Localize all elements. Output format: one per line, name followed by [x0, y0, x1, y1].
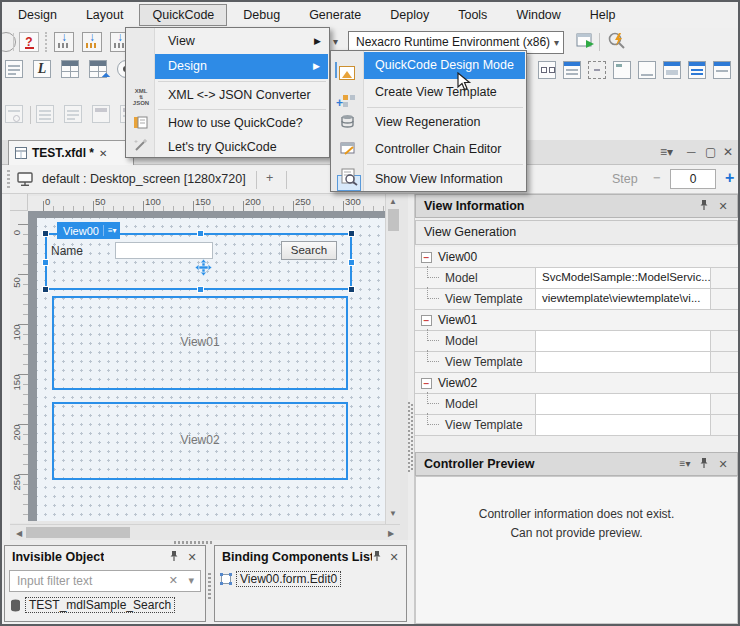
tab-test-xfdl[interactable]: TEST.xfdl * ✕ — [8, 140, 134, 165]
window-preview-icon[interactable] — [92, 105, 110, 123]
menu-layout[interactable]: Layout — [73, 4, 137, 26]
scrollbar-thumb[interactable] — [26, 527, 130, 538]
frame-component-icon[interactable] — [613, 61, 631, 79]
horizontal-scrollbar[interactable]: ◀ ▶ — [10, 524, 400, 540]
scroll-left-icon[interactable]: ◀ — [13, 529, 25, 539]
step-decrement-button[interactable]: − — [653, 171, 660, 185]
list-edit-icon[interactable] — [36, 105, 54, 123]
step-increment-button[interactable]: + — [725, 169, 734, 187]
restore-icon[interactable]: ▢ — [705, 145, 716, 159]
template-value[interactable]: viewtemplate\viewtemplate\vi... — [535, 289, 710, 310]
add-screen-button[interactable]: + — [266, 171, 273, 185]
launch-runtime-icon[interactable] — [576, 32, 595, 53]
model-value[interactable]: SvcModelSample::ModelServic... — [535, 268, 710, 289]
scrollbar-thumb[interactable] — [388, 209, 399, 231]
screen-label[interactable]: default : Desktop_screen [1280x720] — [42, 172, 246, 186]
menu-item-lets-try[interactable]: Let's try QuickCode — [126, 135, 329, 160]
edit0-field[interactable] — [115, 242, 213, 259]
resize-handle[interactable] — [348, 259, 355, 266]
step-value-input[interactable] — [670, 169, 716, 189]
pin-icon[interactable] — [697, 457, 711, 471]
calendar-component-icon[interactable] — [663, 61, 681, 79]
pin-icon[interactable] — [167, 550, 181, 564]
close-panel-icon[interactable]: ✕ — [387, 550, 401, 564]
tree-group-row[interactable]: − View00 — [415, 247, 738, 268]
filter-caret-icon[interactable]: ▾ — [188, 574, 194, 587]
scroll-right-icon[interactable]: ▶ — [385, 529, 397, 539]
view01-component[interactable]: View01 — [52, 296, 348, 390]
close-panel-icon[interactable]: ✕ — [716, 199, 730, 213]
clear-filter-icon[interactable]: ✕ — [169, 574, 178, 587]
tree-row[interactable]: Model SvcModelSample::ModelServic... — [415, 268, 738, 289]
import-components-icon[interactable]: ↓ — [54, 32, 74, 52]
menu-item-view-regeneration[interactable]: View Regeneration — [331, 109, 526, 136]
gridview-component-icon[interactable] — [89, 60, 107, 78]
search-button[interactable]: Search — [281, 241, 337, 260]
view-generation-header[interactable]: View Generation — [415, 220, 738, 245]
form-design-surface[interactable]: Name Search View00 ≡▾ View01 View02 — [37, 218, 385, 521]
static-text-component-icon[interactable]: L — [33, 60, 51, 78]
resize-handle[interactable] — [197, 230, 204, 237]
menu-deploy[interactable]: Deploy — [377, 4, 442, 26]
resize-handle[interactable] — [42, 230, 49, 237]
template-value[interactable] — [535, 352, 710, 373]
menu-quickcode[interactable]: QuickCode — [139, 4, 227, 26]
tree-row[interactable]: Model — [415, 394, 738, 415]
checkbox-component-icon[interactable] — [538, 61, 556, 79]
menu-item-how-to-use[interactable]: How to use QuickCode? — [126, 111, 329, 136]
view00-component[interactable]: Name Search — [45, 233, 352, 290]
tree-row[interactable]: Model — [415, 331, 738, 352]
menu-debug[interactable]: Debug — [230, 4, 293, 26]
view00-tag[interactable]: View00 ≡▾ — [57, 222, 120, 239]
model-value[interactable] — [535, 331, 710, 352]
drag-handle[interactable] — [174, 541, 214, 544]
grid-component-icon[interactable] — [61, 60, 79, 78]
menu-help[interactable]: Help — [577, 4, 629, 26]
find-in-document-icon[interactable] — [5, 105, 23, 123]
tree-row[interactable]: View Template — [415, 415, 738, 436]
minimize-icon[interactable]: ─ — [687, 145, 696, 159]
import-objects-icon[interactable]: ↓ — [82, 32, 102, 52]
template-value[interactable] — [535, 415, 710, 436]
menu-window[interactable]: Window — [503, 4, 573, 26]
close-panel-icon[interactable]: ✕ — [716, 457, 730, 471]
document-window-menu-icon[interactable]: ≡▾ — [660, 145, 673, 159]
menu-item-controller-chain-editor[interactable]: Controller Chain Editor — [331, 136, 526, 163]
binding-component-item[interactable]: View00.form.Edit0 — [220, 571, 341, 587]
tabpage-component-icon[interactable] — [713, 61, 731, 79]
tree-group-row[interactable]: − View01 — [415, 310, 738, 331]
menu-design[interactable]: Design — [5, 4, 70, 26]
collapse-icon[interactable]: − — [421, 378, 432, 389]
scroll-down-icon[interactable]: ▼ — [387, 509, 399, 519]
view02-component[interactable]: View02 — [52, 402, 348, 480]
close-document-icon[interactable]: ✕ — [723, 145, 733, 159]
pin-icon[interactable] — [697, 199, 711, 213]
scroll-up-icon[interactable]: ▲ — [387, 197, 399, 207]
resize-handle[interactable] — [42, 259, 49, 266]
view-menu-icon[interactable]: ≡▾ — [108, 227, 117, 235]
menu-item-create-view-template[interactable]: Create View Template — [331, 79, 526, 106]
tree-row[interactable]: View Template viewtemplate\viewtemplate\… — [415, 289, 738, 310]
resize-handle[interactable] — [197, 286, 204, 293]
tab-close-icon[interactable]: ✕ — [99, 148, 107, 159]
panel-menu-icon[interactable]: ≡▾ — [678, 457, 692, 471]
menu-item-view[interactable]: View▶ — [126, 29, 329, 54]
menu-item-quickcode-design-mode[interactable]: QuickCode Design Mode — [364, 52, 525, 79]
menu-generate[interactable]: Generate — [296, 4, 374, 26]
model-value[interactable] — [535, 394, 710, 415]
selection-area-icon[interactable] — [588, 61, 606, 79]
toolbar-overflow-caret-icon[interactable]: ▾ — [333, 36, 338, 47]
textarea-component-icon[interactable] — [5, 60, 23, 78]
close-panel-icon[interactable]: ✕ — [185, 550, 199, 564]
collapse-icon[interactable]: − — [421, 252, 432, 263]
list-remove-icon[interactable] — [64, 105, 82, 123]
vertical-splitter[interactable] — [206, 545, 214, 622]
filter-input[interactable] — [15, 573, 145, 589]
drag-handle[interactable] — [7, 170, 10, 189]
drag-handle[interactable] — [208, 573, 211, 599]
tree-group-row[interactable]: − View02 — [415, 373, 738, 394]
resize-handle[interactable] — [348, 230, 355, 237]
pin-icon[interactable] — [370, 550, 384, 564]
help-icon[interactable]: ? — [19, 32, 39, 52]
resize-handle[interactable] — [42, 286, 49, 293]
